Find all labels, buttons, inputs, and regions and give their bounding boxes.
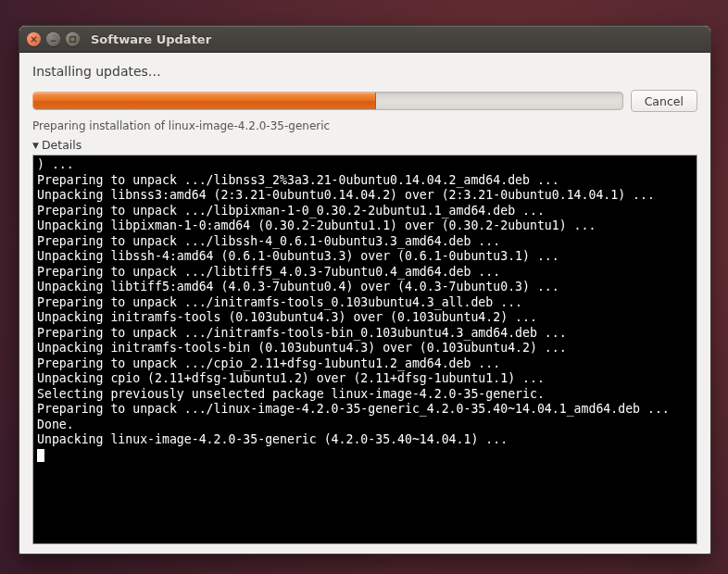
details-label: Details xyxy=(42,138,82,152)
chevron-down-icon: ▼ xyxy=(32,141,39,150)
window-title: Software Updater xyxy=(91,32,211,46)
terminal-output[interactable]: ) ... Preparing to unpack .../libnss3_2%… xyxy=(33,156,697,543)
window-body: Installing updates… Cancel Preparing ins… xyxy=(19,53,710,555)
progress-row: Cancel xyxy=(32,90,697,112)
details-expander[interactable]: ▼ Details xyxy=(32,138,697,152)
substatus-text: Preparing installation of linux-image-4.… xyxy=(32,119,697,132)
terminal-frame: ) ... Preparing to unpack .../libnss3_2%… xyxy=(32,155,697,544)
terminal-cursor xyxy=(37,449,44,462)
progress-bar xyxy=(32,92,623,110)
svg-rect-3 xyxy=(70,37,75,42)
titlebar[interactable]: Software Updater xyxy=(19,26,710,53)
status-heading: Installing updates… xyxy=(32,64,697,79)
window-minimize-button[interactable] xyxy=(46,32,60,46)
software-updater-window: Software Updater Installing updates… Can… xyxy=(19,25,711,555)
window-close-button[interactable] xyxy=(27,32,41,46)
window-maximize-button[interactable] xyxy=(66,32,80,46)
progress-fill xyxy=(33,93,376,109)
cancel-button[interactable]: Cancel xyxy=(631,90,697,112)
